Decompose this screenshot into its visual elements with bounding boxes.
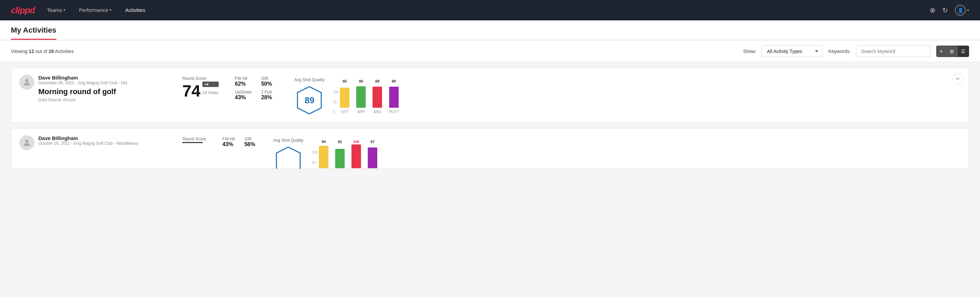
navbar-right: ⊕ ↻ 👤 ▾ (930, 5, 969, 16)
svg-point-2 (25, 140, 28, 143)
nav-item-teams[interactable]: Teams ▾ (46, 0, 67, 21)
svg-marker-3 (277, 147, 300, 169)
avatar-icon: 👤 (958, 8, 963, 13)
search-input[interactable] (856, 46, 931, 57)
viewing-total: 29 (49, 49, 54, 54)
gir-label: GIR (261, 76, 278, 81)
keywords-label: Keywords: (828, 49, 850, 54)
player-name: Dave Billingham (38, 75, 182, 81)
bar-chart: 100 50 0 85 (333, 79, 961, 114)
score-holes: 18 Holes (202, 90, 218, 95)
score-badge: +4 (202, 81, 218, 87)
up-down-stat: Up/Down 43% (235, 90, 251, 101)
page-title: My Activities (11, 26, 56, 40)
activity-type-select[interactable]: All Activity Types (762, 46, 823, 57)
y-axis: 100 50 0 (333, 90, 340, 114)
gir-stat: GIR 50% (261, 76, 278, 87)
quality-label: Avg Shot Quality (294, 77, 325, 82)
up-down-label: Up/Down (235, 90, 251, 94)
bar-arg: 106 ARG (352, 140, 361, 169)
chevron-down-icon: ▾ (967, 8, 969, 13)
gir-value: 50% (261, 81, 278, 87)
bar-app: 90 APP (356, 79, 366, 114)
nav-item-activities[interactable]: Activities (124, 0, 147, 21)
viewing-count-text: Viewing 12 out of 29 Activities (11, 49, 738, 54)
view-compact-button[interactable]: ≡ (937, 46, 946, 57)
fw-hit-stat: FW Hit 43% (223, 137, 235, 147)
svg-point-0 (25, 79, 28, 82)
bar-chart: 100 50 0 94 OTT (312, 140, 961, 169)
one-putt-stat: 1 Putt 28% (261, 90, 278, 101)
fw-hit-stat: FW Hit 62% (235, 76, 251, 87)
gir-stat: GIR 56% (245, 137, 257, 147)
refresh-icon[interactable]: ↻ (942, 6, 948, 14)
viewing-count: 12 (29, 49, 34, 54)
bar-ott: 94 OTT (319, 140, 328, 169)
edit-button[interactable]: ✏ (953, 73, 963, 84)
chevron-down-icon: ▾ (110, 8, 112, 12)
activities-list: ✏ Dave Billingham December 05, 2021 - Go… (0, 62, 980, 180)
card-left: Dave Billingham October 16, 2021 - Gog M… (19, 135, 182, 150)
card-stats: Round Score 74 +4 18 Holes FW Hit 62% (182, 75, 961, 115)
filter-bar: Viewing 12 out of 29 Activities Show: Al… (0, 41, 980, 62)
view-grid-button[interactable]: ⊞ (946, 46, 957, 57)
quality-section: Avg Shot Quality (273, 137, 961, 169)
fw-hit-value: 62% (235, 81, 251, 87)
round-score-group: Round Score 74 +4 18 Holes (182, 76, 219, 99)
player-info: Dave Billingham December 05, 2021 - Gog … (38, 75, 182, 102)
view-toggle: ≡ ⊞ ☰ (936, 46, 969, 57)
quality-section: Avg Shot Quality 89 (294, 76, 961, 115)
chevron-down-icon: ▾ (64, 8, 65, 12)
navbar: clippd Teams ▾ Performance ▾ Activities … (0, 0, 980, 21)
fw-hit-label: FW Hit (235, 76, 251, 81)
bar-ott: 85 OTT (340, 79, 349, 114)
viewing-suffix: Activities (55, 49, 74, 54)
one-putt-label: 1 Putt (261, 90, 278, 94)
round-score-group: Round Score (182, 137, 206, 143)
round-score-label: Round Score (182, 76, 219, 81)
hexagon: 89 (294, 85, 325, 115)
player-info: Dave Billingham October 16, 2021 - Gog M… (38, 135, 182, 148)
bar-putt: 89 PUTT (389, 79, 399, 114)
round-score-value: 74 (182, 83, 200, 99)
logo[interactable]: clippd (11, 5, 35, 16)
show-label: Show: (743, 49, 757, 54)
bar-app: 82 APP (335, 140, 345, 169)
one-putt-value: 28% (261, 94, 278, 101)
avatar: 👤 (955, 5, 966, 16)
secondary-stats: FW Hit 43% GIR 56% (223, 137, 257, 147)
hexagon-container: 89 (294, 85, 325, 115)
player-date: December 05, 2021 - Gog Magog Golf Club … (38, 81, 182, 85)
activity-title: Morning round of golf (38, 87, 182, 96)
view-list-button[interactable]: ☰ (957, 46, 969, 57)
card-stats: Round Score FW Hit 43% GIR 56% Avg Sho (182, 135, 961, 169)
hexagon (273, 145, 304, 169)
card-left: Dave Billingham December 05, 2021 - Gog … (19, 75, 182, 102)
user-avatar-button[interactable]: 👤 ▾ (955, 5, 969, 16)
nav-item-performance[interactable]: Performance ▾ (78, 0, 113, 21)
player-date: October 16, 2021 - Gog Magog Golf Club -… (38, 141, 182, 146)
hexagon-container (273, 145, 304, 169)
data-source: Data Source: Arccos (38, 97, 182, 102)
y-axis: 100 50 0 (312, 150, 319, 169)
activity-card: ✏ Dave Billingham December 05, 2021 - Go… (11, 68, 969, 123)
up-down-value: 43% (235, 94, 251, 101)
player-name: Dave Billingham (38, 135, 182, 141)
shot-quality-value: 89 (305, 95, 315, 106)
bar-arg: 89 ARG (372, 79, 382, 114)
secondary-stats: FW Hit 62% GIR 50% Up/Down 43% 1 Putt 28… (235, 76, 278, 101)
round-score-label: Round Score (182, 137, 206, 141)
add-icon[interactable]: ⊕ (930, 6, 935, 14)
avatar (19, 135, 34, 150)
bar-putt: 87 PUTT (368, 140, 378, 169)
quality-label: Avg Shot Quality (273, 138, 304, 143)
avatar (19, 75, 34, 90)
page-header: My Activities (0, 21, 980, 40)
activity-card: Dave Billingham October 16, 2021 - Gog M… (11, 128, 969, 169)
